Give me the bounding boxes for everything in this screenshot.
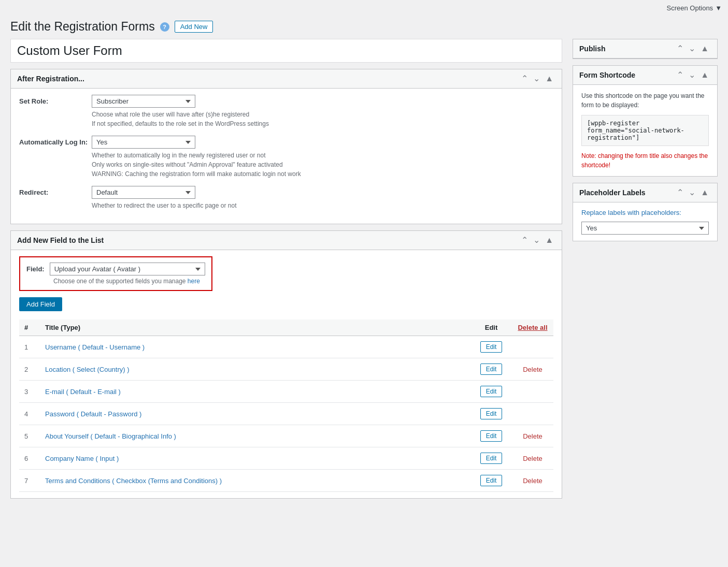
row-title: About Yourself ( Default - Biographical … [40,425,470,447]
delete-link[interactable]: Delete [523,477,543,485]
auto-login-select[interactable]: Yes No [92,136,195,149]
row-delete-cell: Delete [512,358,553,381]
add-field-button[interactable]: Add Field [19,297,62,311]
set-role-hint: Choose what role the user will have afte… [92,110,553,128]
help-icon[interactable]: ? [160,22,169,32]
delete-link[interactable]: Delete [523,455,543,462]
add-field-controls: ⌃ ⌄ ▲ [519,235,555,245]
add-field-collapse-up[interactable]: ⌃ [519,235,530,245]
shortcode-down[interactable]: ⌄ [687,70,697,80]
row-edit-cell: Edit [470,336,512,358]
row-delete-cell [512,403,553,425]
row-delete-cell [512,336,553,358]
edit-button[interactable]: Edit [480,386,503,397]
shortcode-box: Form Shortcode ⌃ ⌄ ▲ Use this shortcode … [573,65,718,177]
table-row: 2Location ( Select (Country) )EditDelete [19,358,553,381]
row-edit-cell: Edit [470,470,512,492]
redirect-select[interactable]: Default Custom URL Dashboard Profile [92,186,195,199]
field-label: Field: [26,265,45,273]
after-registration-box: After Registration... ⌃ ⌄ ▲ Set Role: Su… [10,69,562,224]
set-role-label: Set Role: [19,95,92,105]
row-delete-cell: Delete [512,425,553,447]
row-title: E-mail ( Default - E-mail ) [40,381,470,403]
row-edit-cell: Edit [470,403,512,425]
placeholder-description: Replace labels with placeholders: [581,209,709,216]
shortcode-up[interactable]: ⌃ [675,70,686,80]
placeholder-select[interactable]: Yes No [581,222,709,235]
main-column: After Registration... ⌃ ⌄ ▲ Set Role: Su… [10,39,562,505]
placeholder-box: Placeholder Labels ⌃ ⌄ ▲ Replace labels … [573,183,718,241]
collapse-down-button[interactable]: ⌄ [531,74,542,84]
publish-toggle[interactable]: ▲ [698,43,711,54]
shortcode-body: Use this shortcode on the page you want … [573,85,717,176]
auto-login-label: Automatically Log In: [19,136,92,146]
delete-link[interactable]: Delete [523,366,543,373]
set-role-row: Set Role: Subscriber Administrator Edito… [19,95,553,128]
add-field-title: Add New Field to the List [17,236,104,244]
form-title-input[interactable] [10,39,562,63]
set-role-select[interactable]: Subscriber Administrator Editor Author C… [92,95,195,108]
table-row: 6Company Name ( Input )EditDelete [19,447,553,470]
edit-button[interactable]: Edit [480,475,503,486]
add-new-button[interactable]: Add New [175,21,213,33]
placeholder-controls: ⌃ ⌄ ▲ [675,187,711,198]
auto-login-row: Automatically Log In: Yes No Whether to … [19,136,553,179]
table-row: 7Terms and Conditions ( Checkbox (Terms … [19,470,553,492]
col-title: Title (Type) [40,319,470,336]
row-title: Location ( Select (Country) ) [40,358,470,381]
screen-options-label: Screen Options [667,4,713,12]
add-field-header: Add New Field to the List ⌃ ⌄ ▲ [11,231,562,250]
after-registration-header: After Registration... ⌃ ⌄ ▲ [11,69,562,89]
placeholder-up[interactable]: ⌃ [675,187,686,198]
page-title: Edit the Registration Forms [10,20,155,34]
publish-controls: ⌃ ⌄ ▲ [675,43,711,54]
row-num: 6 [19,447,40,470]
redirect-control: Default Custom URL Dashboard Profile Whe… [92,186,553,210]
placeholder-down[interactable]: ⌄ [687,187,697,198]
edit-button[interactable]: Edit [480,408,503,419]
add-field-collapse-down[interactable]: ⌄ [531,235,542,245]
toggle-button[interactable]: ▲ [543,74,555,84]
col-delete-all: Delete all [512,319,553,336]
edit-button[interactable]: Edit [480,453,503,464]
field-row: Field: Upload your Avatar ( Avatar ) Use… [26,263,205,275]
placeholder-toggle[interactable]: ▲ [698,187,711,198]
content-area: After Registration... ⌃ ⌄ ▲ Set Role: Su… [10,39,718,505]
row-num: 7 [19,470,40,492]
publish-header: Publish ⌃ ⌄ ▲ [573,39,717,59]
delete-all-link[interactable]: Delete all [518,324,547,331]
field-select[interactable]: Upload your Avatar ( Avatar ) Username (… [50,263,205,275]
table-row: 3E-mail ( Default - E-mail )Edit [19,381,553,403]
placeholder-title: Placeholder Labels [579,188,646,197]
edit-button[interactable]: Edit [480,341,503,353]
redirect-row: Redirect: Default Custom URL Dashboard P… [19,186,553,210]
edit-button[interactable]: Edit [480,430,503,442]
placeholder-body: Replace labels with placeholders: Yes No [573,202,717,241]
add-field-toggle[interactable]: ▲ [543,235,555,245]
add-field-body: Field: Upload your Avatar ( Avatar ) Use… [11,250,562,498]
col-edit: Edit [470,319,512,336]
table-row: 5About Yourself ( Default - Biographical… [19,425,553,447]
delete-link[interactable]: Delete [523,432,543,440]
table-row: 1Username ( Default - Username )Edit [19,336,553,358]
row-num: 3 [19,381,40,403]
row-title: Terms and Conditions ( Checkbox (Terms a… [40,470,470,492]
field-hint-link[interactable]: here [188,278,200,285]
after-registration-controls: ⌃ ⌄ ▲ [519,74,555,84]
field-selector-box: Field: Upload your Avatar ( Avatar ) Use… [19,256,212,291]
row-title: Username ( Default - Username ) [40,336,470,358]
collapse-up-button[interactable]: ⌃ [519,74,530,84]
publish-down[interactable]: ⌄ [687,43,697,54]
shortcode-toggle[interactable]: ▲ [698,70,711,80]
shortcode-title: Form Shortcode [579,71,635,79]
publish-up[interactable]: ⌃ [675,43,686,54]
screen-options-button[interactable]: Screen Options ▼ [661,0,728,16]
edit-button[interactable]: Edit [480,364,503,375]
chevron-down-icon: ▼ [715,4,722,12]
placeholder-header: Placeholder Labels ⌃ ⌄ ▲ [573,183,717,202]
publish-box: Publish ⌃ ⌄ ▲ [573,39,718,59]
shortcode-note: Note: changing the form title also chang… [581,151,709,170]
add-field-box: Add New Field to the List ⌃ ⌄ ▲ Field: U… [10,230,562,499]
set-role-control: Subscriber Administrator Editor Author C… [92,95,553,128]
page-header: Edit the Registration Forms ? Add New [10,16,718,39]
